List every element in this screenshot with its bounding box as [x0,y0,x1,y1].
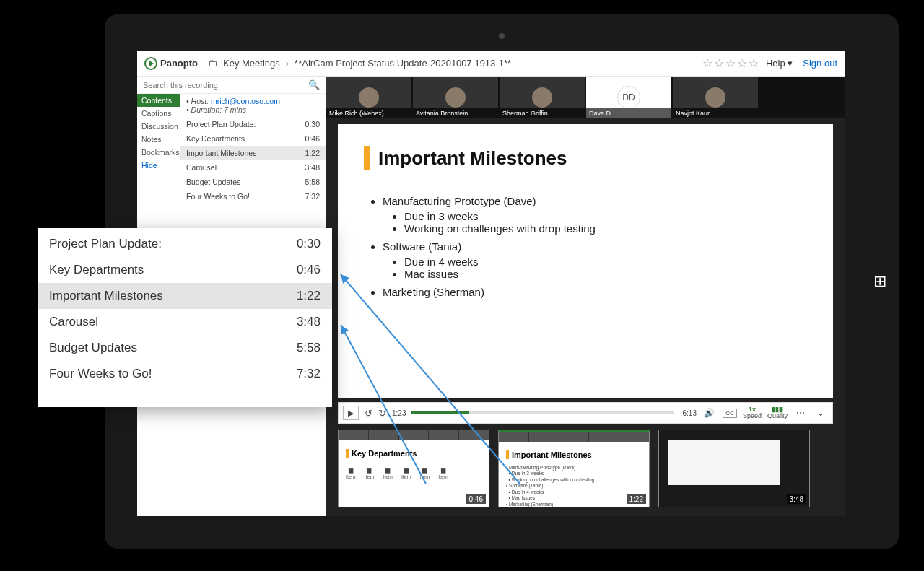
play-button[interactable]: ▶ [343,406,359,420]
cc-button[interactable]: CC [723,409,737,418]
rating-stars[interactable]: ☆ ☆ ☆ ☆ ☆ [702,56,759,70]
tab-discussion[interactable]: Discussion [137,120,180,133]
breadcrumb-folder[interactable]: Key Meetings [223,58,280,69]
bullet: Software (Tania) [383,240,461,253]
search-input[interactable] [143,81,308,90]
zoom-label: Four Weeks to Go! [49,367,152,381]
slide-accent-bar [364,146,370,170]
time-current: 1:23 [392,409,406,417]
toc-item[interactable]: Four Weeks to Go!7:32 [180,189,326,204]
more-menu-icon[interactable]: ⋯ [793,408,808,418]
host-link[interactable]: mrich@contoso.com [211,97,280,105]
progress-bar[interactable] [411,411,674,414]
panopto-icon [144,57,157,70]
tab-bookmarks[interactable]: Bookmarks [137,146,180,159]
thumbnail-strip: Key Departments ItemItemItemItemItemItem… [326,424,845,516]
toc-item-active[interactable]: Important Milestones1:22 [180,146,326,160]
search-row: 🔍 [137,77,326,94]
star-icon[interactable]: ☆ [725,56,736,70]
quality-button[interactable]: ▮▮▮Quality [767,406,788,419]
toc-item[interactable]: Key Departments0:46 [180,131,326,146]
thumb-title: Important Milestones [512,450,592,459]
sign-out-link[interactable]: Sign out [803,58,837,69]
brand-logo[interactable]: Panopto [144,57,198,70]
star-icon[interactable]: ☆ [702,56,712,70]
rewind-10-button[interactable]: ↺ [365,408,372,419]
contents-list: • Host: mrich@contoso.com • Duration: 7 … [180,94,326,204]
participant-name: Dave D. [586,108,671,118]
forward-10-button[interactable]: ↻ [378,408,386,419]
sub-bullet: Mac issues [404,268,807,280]
timeline-thumb-active[interactable]: Important Milestones • Manufacturing Pro… [498,430,650,507]
slide-body: Manufacturing Prototype (Dave) Due in 3 … [364,195,807,298]
zoom-toc-item-active[interactable]: Important Milestones1:22 [38,283,332,309]
player-bar: ▶ ↺ ↻ 1:23 -6:13 🔊 CC 1xSpeed ▮▮▮Quality… [338,402,833,424]
speed-button[interactable]: 1xSpeed [743,406,762,419]
participant-tile[interactable]: DDDave D. [586,77,671,118]
toc-label: Carousel [186,163,217,172]
participant-name: Navjot Kaur [673,108,758,118]
tab-hide[interactable]: Hide [137,159,180,172]
participant-tile[interactable]: Navjot Kaur [673,77,758,118]
recording-meta: • Host: mrich@contoso.com • Duration: 7 … [180,94,326,117]
tablet-camera [499,33,505,39]
toc-item[interactable]: Carousel3:48 [180,160,326,175]
duration-label: • Duration: 7 mins [186,105,320,114]
tab-captions[interactable]: Captions [137,107,180,120]
sub-bullet: Due in 4 weeks [404,256,807,268]
toc-label: Four Weeks to Go! [186,192,250,201]
contents-area: Contents Captions Discussion Notes Bookm… [137,94,326,204]
zoom-time: 0:46 [297,263,321,277]
participants-strip: Mike Rich (Webex) Avitania Bronstein She… [326,77,845,118]
zoom-label: Key Departments [49,263,144,277]
thumb-title: Key Departments [352,449,417,458]
tab-contents[interactable]: Contents [137,94,180,107]
star-icon[interactable]: ☆ [749,56,759,70]
breadcrumb: 🗀 Key Meetings › **AirCam Project Status… [208,58,511,69]
zoom-time: 1:22 [297,289,321,303]
toc-time: 3:48 [305,163,320,172]
search-icon[interactable]: 🔍 [308,79,320,90]
tab-notes[interactable]: Notes [137,133,180,146]
windows-key[interactable]: ⊞ [873,272,886,291]
timeline-thumb[interactable]: Key Departments ItemItemItemItemItemItem… [338,430,489,507]
header-bar: Panopto 🗀 Key Meetings › **AirCam Projec… [137,51,845,77]
toc-time: 7:32 [305,192,320,201]
participant-name: Mike Rich (Webex) [326,108,411,118]
collapse-icon[interactable]: ⌄ [814,408,828,418]
participant-tile[interactable]: Sherman Griffin [500,77,585,118]
thumb-time: 3:48 [787,494,806,504]
timeline-thumb[interactable]: 3:48 [658,430,810,507]
zoom-toc-item[interactable]: Project Plan Update:0:30 [38,231,332,257]
toc-label: Project Plan Update: [186,120,256,128]
sub-bullet: Working on challenges with drop testing [404,222,807,235]
zoom-toc-item[interactable]: Carousel3:48 [38,309,332,335]
toc-label: Key Departments [186,134,245,143]
video-panel: Mike Rich (Webex) Avitania Bronstein She… [326,77,845,516]
zoom-toc-item[interactable]: Four Weeks to Go!7:32 [38,361,332,387]
zoom-toc-item[interactable]: Budget Updates5:58 [38,335,332,361]
zoom-contents-panel: Project Plan Update:0:30 Key Departments… [38,228,332,407]
brand-text: Panopto [160,58,198,69]
bullet: Marketing (Sherman) [383,286,807,298]
help-menu[interactable]: Help ▾ [766,58,793,69]
toc-item[interactable]: Project Plan Update:0:30 [180,117,326,131]
help-label: Help [766,58,785,69]
zoom-toc-item[interactable]: Key Departments0:46 [38,257,332,283]
star-icon[interactable]: ☆ [737,56,747,70]
chevron-right-icon: › [286,58,289,69]
toc-item[interactable]: Budget Updates5:58 [180,175,326,189]
toc-time: 0:46 [305,134,320,143]
participant-tile[interactable]: Avitania Bronstein [413,77,498,118]
volume-icon[interactable]: 🔊 [702,408,717,418]
time-remaining: -6:13 [680,409,697,417]
toc-time: 0:30 [305,120,320,128]
star-icon[interactable]: ☆ [714,56,724,70]
thumb-time: 0:46 [466,494,486,504]
toc-time: 5:58 [305,178,320,186]
zoom-time: 0:30 [297,237,321,251]
participant-tile[interactable]: Mike Rich (Webex) [326,77,411,118]
slide-area: Important Milestones Manufacturing Proto… [338,124,833,398]
zoom-time: 5:58 [297,341,321,355]
chevron-down-icon: ▾ [788,58,793,69]
